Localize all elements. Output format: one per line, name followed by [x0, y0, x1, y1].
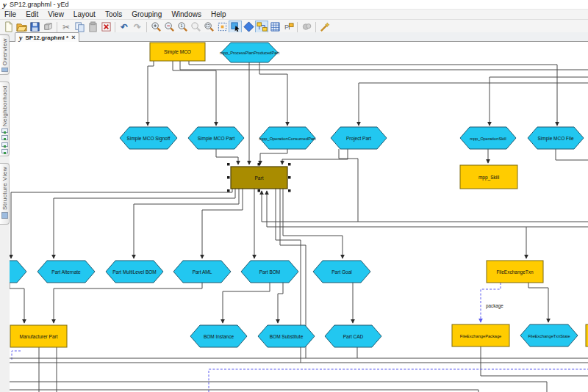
sidebar-panel-neighborhood[interactable]: Neighborhood — [0, 81, 10, 156]
zoom-original-icon[interactable]: 1 — [176, 21, 189, 34]
edge-bottom-bus-dashed[interactable] — [209, 369, 588, 392]
node-part-goal[interactable]: Part Goal — [313, 261, 370, 283]
edge-projectpart-part[interactable] — [282, 149, 348, 164]
edge-part-lefthex[interactable] — [11, 189, 232, 258]
node-simple-mco-file[interactable]: Simple MCO File — [528, 127, 584, 149]
edge-partbom-bomsubstitute[interactable] — [278, 283, 283, 323]
node-mpp-operation-skill[interactable]: mpp_OperationSkill — [460, 127, 516, 149]
menu-bar: File Edit View Layout Tools Grouping Win… — [0, 10, 588, 20]
menu-help[interactable]: Help — [211, 10, 226, 18]
edge-bottom-bus-3[interactable] — [10, 382, 547, 392]
menu-view[interactable]: View — [48, 10, 64, 18]
sidebar-panel-overview[interactable]: Overview — [0, 35, 10, 75]
svg-text:BOM Substitute: BOM Substitute — [270, 334, 304, 339]
edge-right-opskill[interactable] — [490, 77, 588, 126]
label-flag-icon[interactable]: P — [282, 21, 295, 34]
svg-text:mpp_OperationConsumedPart: mpp_OperationConsumedPart — [259, 137, 316, 141]
redo-icon[interactable]: ↷ — [131, 21, 144, 34]
node-project-part[interactable]: Project Part — [331, 127, 387, 149]
copy-icon[interactable] — [73, 21, 86, 34]
neighborhood-icon-3[interactable] — [1, 142, 8, 147]
zoom-out-icon[interactable] — [162, 21, 176, 34]
edge-projectpart-bus[interactable] — [339, 149, 358, 222]
open-file-icon[interactable] — [15, 21, 28, 34]
magic-wand-icon[interactable] — [318, 21, 331, 34]
new-document-icon[interactable] — [1, 21, 15, 34]
edge-lefthex-manufacturerpart[interactable] — [10, 283, 24, 323]
node-bom-substitute[interactable]: BOM Substitute — [258, 325, 315, 347]
node-bom-instance[interactable]: BOM Instance — [190, 325, 247, 347]
menu-edit[interactable]: Edit — [26, 10, 38, 18]
node-simple-mco-part[interactable]: Simple MCO Part — [188, 127, 244, 149]
node-file-exchange-package[interactable]: FileExchangePackage — [452, 324, 509, 346]
tab-close-icon[interactable]: × — [71, 34, 75, 41]
active-document-tab[interactable]: y SP12.graphml * × — [15, 32, 79, 42]
menu-file[interactable]: File — [4, 10, 16, 18]
run-layout-icon[interactable] — [255, 21, 268, 34]
node-manufacturer-part[interactable]: Manufacturer Part — [10, 325, 67, 347]
neighborhood-icon-4[interactable] — [1, 149, 8, 153]
edge-simplemcopart-part[interactable] — [216, 149, 238, 164]
node-simple-mco[interactable]: Simple MCO — [150, 43, 205, 61]
menu-windows[interactable]: Windows — [171, 10, 201, 18]
svg-text:Part CAD: Part CAD — [343, 334, 364, 339]
fit-content-icon[interactable] — [215, 21, 229, 34]
edge-right-projectpart[interactable] — [359, 83, 588, 126]
svg-text:Simple MCO Signoff: Simple MCO Signoff — [127, 136, 171, 142]
edge-ppp-opconsumedpart[interactable] — [259, 62, 287, 126]
zoom-in-icon[interactable] — [149, 21, 162, 34]
export-icon[interactable] — [41, 21, 54, 34]
menu-tools[interactable]: Tools — [105, 10, 122, 18]
node-file-exchange-txn[interactable]: FileExchangeTxn — [487, 261, 543, 283]
edge-simplemco-signoff[interactable] — [148, 61, 154, 126]
paste-icon[interactable] — [86, 21, 99, 34]
yed-app-icon: y — [3, 1, 7, 8]
group-disabled-icon — [300, 21, 313, 34]
edge-part-partaml[interactable] — [202, 189, 243, 258]
svg-text:FileExchangeTxnState: FileExchangeTxnState — [528, 334, 570, 338]
edit-select-mode-icon[interactable] — [229, 21, 242, 34]
svg-text:Part Goal: Part Goal — [331, 269, 352, 275]
undo-icon[interactable]: ↶ — [118, 21, 131, 34]
edge-simplemco-simplemcofile[interactable] — [189, 61, 557, 126]
graph-canvas[interactable]: package Simple MCO mpp_ProcessPlanProduc… — [10, 42, 588, 392]
edge-partaml-manufacturerpart[interactable] — [54, 283, 202, 323]
edge-part-partmultilevelbom[interactable] — [134, 189, 239, 258]
node-part-bom[interactable]: Part BOM — [241, 261, 298, 283]
node-file-exchange-txn-state[interactable]: FileExchangeTxnState — [520, 324, 578, 346]
edge-partbom-bominstance[interactable] — [223, 283, 270, 323]
neighborhood-icon-2[interactable] — [1, 135, 8, 139]
node-mpp-operation-consumed-part[interactable]: mpp_OperationConsumedPart — [259, 127, 316, 149]
delete-icon[interactable] — [99, 21, 112, 34]
neighborhood-icon-1[interactable] — [1, 128, 8, 133]
edge-part-partalternate[interactable] — [54, 189, 235, 258]
cut-icon[interactable]: ✂ — [60, 21, 73, 34]
node-part-multilevel-bom[interactable]: Part MultiLevel BOM — [106, 261, 163, 283]
edge-opconsumedpart-part[interactable] — [260, 149, 287, 164]
svg-text:mpp_ProcessPlanProducedPart: mpp_ProcessPlanProducedPart — [220, 51, 279, 55]
edge-simplemco-simplemcopart[interactable] — [173, 61, 216, 126]
save-icon[interactable] — [28, 21, 41, 34]
left-sidebar: Overview Neighborhood Structure View — [0, 35, 10, 392]
node-clipped-left-hexagon[interactable] — [10, 261, 26, 283]
node-part-cad[interactable]: Part CAD — [325, 325, 381, 347]
sidebar-panel-structure-view[interactable]: Structure View — [0, 163, 10, 225]
title-bar: y SP12.graphml - yEd — [0, 0, 588, 10]
edge-fileexchangetxn-txnstate[interactable] — [528, 283, 548, 322]
zoom-area-icon[interactable] — [202, 21, 215, 34]
node-mpp-process-plan-produced-part[interactable]: mpp_ProcessPlanProducedPart — [220, 43, 279, 62]
node-part-alternate[interactable]: Part Alternate — [37, 261, 95, 283]
grid-toggle-icon[interactable] — [268, 21, 282, 34]
node-mpp-skill[interactable]: mpp_Skill — [460, 165, 517, 189]
edge-fileexchangetxn-package-dashed[interactable] — [481, 283, 501, 322]
edge-fileexchangepackage-right[interactable] — [481, 346, 588, 376]
node-part-aml[interactable]: Part AML — [173, 261, 231, 283]
navigation-icon[interactable] — [242, 21, 255, 34]
node-simple-mco-signoff[interactable]: Simple MCO Signoff — [120, 127, 177, 149]
node-part-selected[interactable]: Part — [227, 163, 291, 192]
menu-grouping[interactable]: Grouping — [132, 10, 162, 18]
edge-part-partgoal[interactable] — [283, 189, 343, 258]
edge-simplemcofile-right[interactable] — [556, 149, 588, 160]
edge-bus1-part-up[interactable] — [262, 191, 588, 222]
menu-layout[interactable]: Layout — [74, 10, 96, 18]
